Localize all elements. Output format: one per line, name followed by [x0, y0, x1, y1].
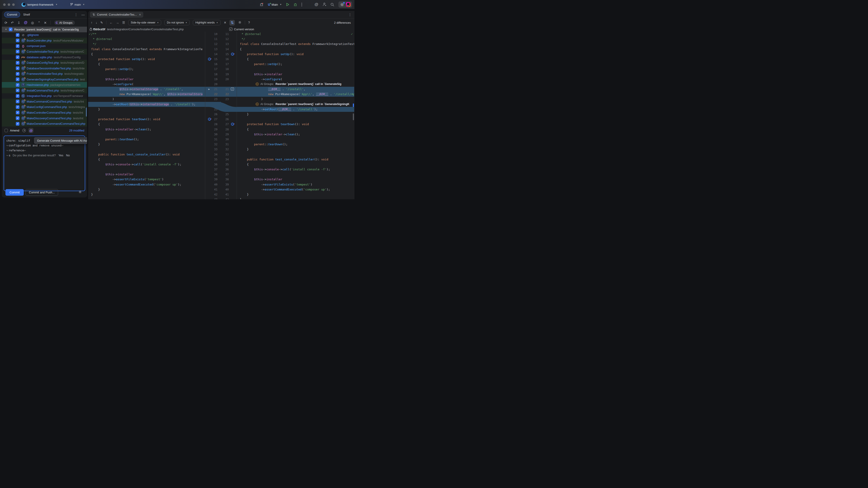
file-checkbox[interactable]: ✓	[16, 94, 20, 98]
file-row[interactable]: ✓CMakeConfigCommandTest.phptests/Integra	[2, 104, 87, 110]
code-line[interactable]	[88, 167, 205, 172]
file-row[interactable]: ✓CGenerateSigningKeyCommandTest.phptest	[2, 76, 87, 82]
code-line[interactable]	[88, 132, 205, 137]
code-line[interactable]: ->assertCommandExecuted('composer up');	[88, 182, 205, 187]
file-checkbox[interactable]: ✓	[16, 33, 20, 37]
code-line[interactable]	[88, 147, 205, 152]
history-clock-icon[interactable]	[22, 129, 26, 132]
file-row[interactable]: ✓CIntegrationTest.phpsrc/Tempest/Framewo…	[2, 93, 87, 99]
revert-marker-icon[interactable]	[208, 58, 211, 61]
code-line[interactable]: ->assertFileExists('tempest')	[88, 177, 205, 182]
no-tests-bug-x-icon[interactable]	[260, 2, 264, 6]
commit-and-push-button[interactable]: Commit and Push...	[26, 189, 58, 196]
code-line[interactable]: public function test_console_installer()…	[88, 152, 205, 157]
changelist-group-row[interactable]: ▼ ✓ Reorder `parent::tearDown()` call in…	[2, 27, 87, 32]
run-configuration[interactable]: U Main ▼	[268, 3, 282, 6]
code-line[interactable]: }	[237, 192, 354, 197]
code-line[interactable]: parent::setUp();	[88, 67, 205, 72]
commit-options-gear-icon[interactable]	[78, 190, 82, 195]
diff-right-pane[interactable]: ✓ * @internal */final class ConsoleInsta…	[237, 32, 354, 199]
code-line[interactable]: }	[88, 107, 205, 112]
viewer-mode-dropdown[interactable]: Side-by-side viewer▼	[128, 20, 161, 25]
collapse-unchanged-icon[interactable]: ✕	[224, 21, 226, 24]
file-checkbox[interactable]: ✓	[16, 39, 20, 42]
code-line[interactable]: {	[88, 62, 205, 67]
code-line[interactable]: protected function setUp(): void	[237, 52, 354, 57]
ai-commit-message-button[interactable]: @	[29, 128, 33, 133]
diff-tab[interactable]: Commit: ConsoleInstallerTes... ✕	[90, 12, 143, 18]
file-row[interactable]: ✓phpdatabase.sqlite.phptests/Fixtures/Co…	[2, 55, 87, 60]
code-line[interactable]	[237, 117, 354, 122]
prev-change-icon[interactable]: ↑	[91, 21, 92, 24]
ai-groups-button[interactable]: C AI Groups	[54, 20, 75, 25]
code-line[interactable]: parent::setUp();	[237, 62, 354, 67]
edit-source-icon[interactable]: ✎	[100, 21, 103, 24]
code-line[interactable]: ->assertFileExists('tempest')	[237, 182, 354, 187]
file-row[interactable]: ✓CMakeDiscoveryCommandTest.phptests/Int	[2, 116, 87, 121]
code-line[interactable]: */	[237, 37, 354, 41]
code-line[interactable]	[88, 72, 205, 77]
file-checkbox[interactable]: ✓	[16, 61, 20, 65]
next-change-icon[interactable]: ↓	[96, 21, 97, 24]
changed-files-list-icon[interactable]: ☰	[122, 21, 125, 24]
close-icon[interactable]: ✕	[139, 13, 141, 16]
code-line[interactable]: {	[237, 57, 354, 62]
code-line[interactable]: $this->internalStorage . '/install',	[88, 87, 205, 92]
tree-scrollbar[interactable]	[86, 107, 87, 117]
file-checkbox[interactable]: ✓	[16, 44, 20, 48]
debug-button[interactable]	[293, 3, 297, 6]
code-line[interactable]: )	[88, 97, 205, 102]
more-icon[interactable]	[301, 3, 302, 6]
code-line[interactable]: $this->installer->clean();	[237, 132, 354, 137]
code-line[interactable]: {	[237, 47, 354, 52]
file-row[interactable]: ✓CMakeControllerCommandTest.phptests/Int	[2, 110, 87, 116]
file-checkbox[interactable]: ✓	[16, 89, 20, 92]
add-user-icon[interactable]	[322, 2, 327, 6]
file-row[interactable]: ✓CMakeGeneratorCommandCommandTest.php	[2, 121, 87, 127]
sync-scrolling-toggle[interactable]: ⇅	[229, 20, 235, 26]
ai-spiral-icon[interactable]: @	[24, 21, 28, 24]
prev-file-icon[interactable]: ←	[110, 21, 113, 24]
group-checkbox[interactable]: ✓	[9, 28, 12, 31]
file-checkbox[interactable]: ✓	[16, 72, 20, 76]
file-checkbox[interactable]: ✓	[16, 55, 20, 59]
code-line[interactable]: AI Groups:Reorder `parent::tearDown()` c…	[237, 82, 354, 87]
ide-avatar[interactable]	[346, 2, 350, 7]
code-line[interactable]	[237, 172, 354, 177]
stash-icon[interactable]: ⇩	[18, 21, 20, 24]
code-line[interactable]: }	[88, 142, 205, 147]
revert-marker-icon[interactable]	[208, 118, 211, 121]
file-row[interactable]: ✓CFrameworkInstallerTest.phptests/Integr…	[2, 71, 87, 76]
code-line[interactable]: AI Groups:Reorder `parent::tearDown()` c…	[237, 102, 354, 107]
ai-feedback-no[interactable]: No	[66, 154, 70, 157]
amend-checkbox[interactable]	[4, 129, 8, 132]
code-line[interactable]: )	[237, 97, 354, 102]
file-checkbox[interactable]: ✓	[16, 50, 20, 53]
file-row[interactable]: ✓CDatabaseConfigTest.phptests/Integratio…	[2, 60, 87, 66]
project-widget[interactable]: tempest-framework ▼	[22, 2, 57, 7]
code-line[interactable]: $this->installer	[237, 177, 354, 182]
help-icon[interactable]: ?	[248, 21, 250, 24]
settings-avatar-group[interactable]	[338, 1, 352, 8]
chevron-down-icon[interactable]: ▼	[5, 28, 7, 31]
code-line[interactable]: ->configure(	[88, 82, 205, 87]
file-checkbox[interactable]: ✓	[16, 83, 20, 87]
file-row[interactable]: ✓CConsoleInstallerTest.phptests/Integrat…	[2, 49, 87, 55]
code-line[interactable]: parent::tearDown();	[88, 137, 205, 142]
code-line[interactable]: new Psr4Namespace('App\\', __DIR__ . '/i…	[237, 92, 354, 97]
code-line[interactable]: */	[88, 41, 205, 46]
file-checkbox[interactable]: ✓	[16, 66, 20, 70]
file-checkbox[interactable]: ✓	[16, 105, 20, 109]
file-row[interactable]: ✓CInstallCommandTest.phptests/Integratio…	[2, 88, 87, 93]
highlight-dropdown[interactable]: Highlight words▼	[193, 20, 220, 25]
expand-all-icon[interactable]: ⌃	[37, 21, 40, 24]
code-line[interactable]: protected function tearDown(): void	[237, 122, 354, 127]
ai-assistant-icon[interactable]: @	[314, 2, 318, 7]
target-icon[interactable]: ◎	[31, 21, 34, 24]
code-line[interactable]: * @internal	[88, 37, 205, 41]
code-line[interactable]: }	[237, 112, 354, 117]
code-line[interactable]	[237, 152, 354, 157]
file-checkbox[interactable]: ✓	[16, 100, 20, 103]
code-line[interactable]	[237, 137, 354, 142]
code-line[interactable]: $this->console->call('install console -f…	[237, 167, 354, 172]
